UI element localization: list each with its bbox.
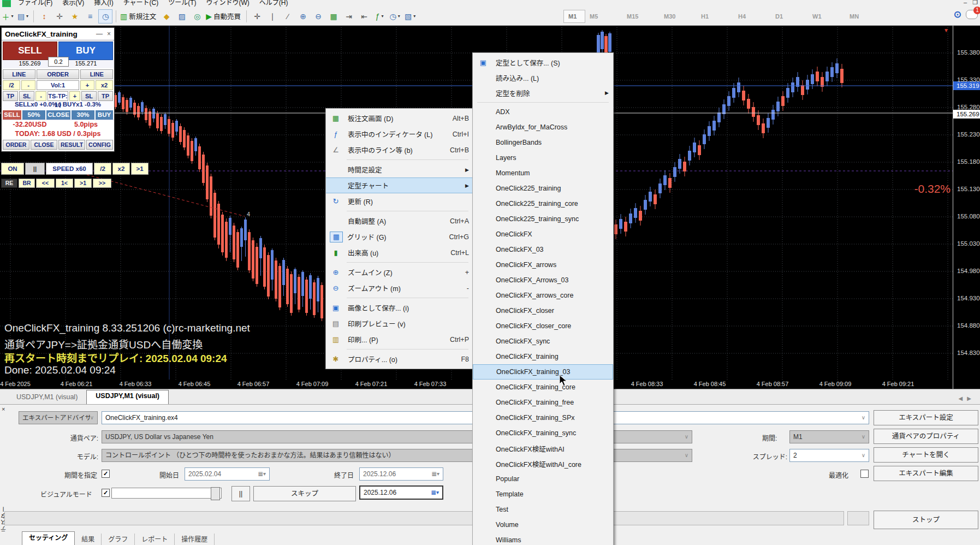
price-scale[interactable]: 155.319 155.269 155.380155.330155.280155… — [953, 25, 980, 389]
scroll-end-marker[interactable]: ▼ — [943, 27, 949, 33]
ea-type-select[interactable]: エキスパートアドバイザ∨ — [19, 411, 98, 424]
template-item[interactable]: OneClickFX_training_sync — [473, 425, 613, 441]
optimize-checkbox[interactable] — [860, 470, 869, 478]
template-item[interactable]: OneClickFX_closer — [473, 303, 613, 318]
template-item[interactable]: OneClick225_training_core — [473, 196, 613, 211]
spread-select[interactable]: 2∨ — [789, 449, 869, 462]
template-item[interactable]: OneClickFX_training_SPx — [473, 410, 613, 425]
submenu-item[interactable]: ▣定型として保存... (S) — [473, 55, 613, 70]
lot-size-value[interactable]: 0.2 — [48, 57, 69, 67]
menu-item[interactable]: 挿入(I) — [89, 0, 118, 7]
timeframe-m15[interactable]: M15 — [622, 13, 660, 20]
template-item[interactable]: Template — [473, 487, 613, 502]
rewind-button[interactable]: << — [36, 179, 55, 188]
zoom-in-button[interactable]: ⊕ — [296, 9, 310, 23]
autotrading-button[interactable]: ▶自動売買 — [205, 9, 243, 23]
context-menu-item[interactable]: 自動調整 (A)Ctrl+A — [326, 213, 473, 229]
zoom-out-button[interactable]: ⊖ — [311, 9, 325, 23]
search-icon[interactable]: ⊙ — [954, 9, 961, 20]
template-item[interactable]: OneClickFX_training_core — [473, 380, 613, 395]
tab-scroll-arrows[interactable]: ◀▶ — [959, 395, 976, 401]
template-item[interactable]: OneClickFX_sync — [473, 334, 613, 349]
visual-mode-checkbox[interactable]: ✓ — [102, 489, 110, 497]
order-tab-button[interactable]: ORDER — [3, 140, 29, 150]
forward-one-button[interactable]: >1 — [74, 179, 92, 188]
sl-right-button[interactable]: SL — [81, 91, 97, 101]
submenu-item[interactable]: 定型を削除▶ — [473, 85, 613, 100]
template-item[interactable]: OneClickFX検証withAI — [473, 441, 613, 456]
close-30-button[interactable]: 30% — [72, 110, 94, 120]
expert-settings-button[interactable]: エキスパート設定 — [874, 410, 978, 425]
template-item[interactable]: OneClickFX_training_free — [473, 395, 613, 410]
speed-half-button[interactable]: /2 — [94, 163, 111, 175]
menu-item[interactable]: ウィンドウ(W) — [201, 0, 254, 7]
chart-tab[interactable]: USDJPY,M1 (visual) — [8, 392, 86, 404]
ts-plus-button[interactable]: + — [69, 91, 80, 101]
crosshair-tool-button[interactable]: ✛ — [250, 9, 264, 23]
volume-value[interactable]: Vol:1 — [37, 80, 79, 90]
tester-close-icon[interactable]: × — [2, 406, 5, 412]
replay-pause-button[interactable]: || — [25, 163, 45, 175]
new-chart-button[interactable]: ＋▾ — [1, 9, 15, 23]
template-item[interactable]: Layers — [473, 150, 613, 165]
template-item[interactable]: OneClickFX_training — [473, 349, 613, 364]
skip-to-date-picker[interactable]: 2025.12.06▦▾ — [359, 485, 443, 500]
trendline-button[interactable]: ∕ — [281, 9, 295, 23]
data-window-button[interactable]: ≡ — [83, 9, 97, 23]
template-item[interactable]: OneClickFX_training_03 — [473, 364, 613, 380]
chart-tab[interactable]: USDJPY,M1 (visual) — [86, 390, 169, 404]
template-item[interactable]: Volume — [473, 517, 613, 532]
context-menu-item[interactable]: ▤印刷プレビュー (v) — [326, 316, 473, 331]
context-menu-item[interactable]: ▥印刷... (P)Ctrl+P — [326, 331, 473, 347]
use-date-checkbox[interactable]: ✓ — [102, 470, 110, 478]
tp-left-button[interactable]: TP — [3, 91, 18, 101]
strategy-tester-button[interactable]: ◷ — [98, 9, 112, 23]
template-item[interactable]: OneClickFX_arrows_core — [473, 288, 613, 303]
close-sell-button[interactable]: SELL — [3, 110, 21, 120]
template-item[interactable]: OneClickFX検証withAI_core — [473, 456, 613, 471]
symbol-properties-button[interactable]: 通貨ペアのプロパティ — [874, 429, 978, 444]
visual-pause-button[interactable]: || — [231, 486, 250, 501]
menu-item[interactable]: ファイル(F) — [13, 0, 57, 7]
template-item[interactable]: Popular — [473, 471, 613, 487]
mql5-community-button[interactable]: ▨ — [175, 9, 189, 23]
tp-right-button[interactable]: TP — [98, 91, 113, 101]
submenu-item[interactable]: 読み込み... (L) — [473, 70, 613, 85]
vertical-line-button[interactable]: ∣ — [265, 9, 280, 23]
signals-button[interactable]: ◎ — [190, 9, 204, 23]
menu-item[interactable]: 表示(V) — [57, 0, 89, 7]
template-item[interactable]: OneClickFX_closer_core — [473, 318, 613, 334]
metaeditor-button[interactable]: ◆ — [159, 9, 174, 23]
context-menu-item[interactable]: 時間足設定▶ — [326, 162, 473, 177]
context-menu-item[interactable]: ▦グリッド (G)Ctrl+G — [326, 229, 473, 245]
market-watch-button[interactable]: ↕ — [37, 9, 51, 23]
config-tab-button[interactable]: CONFIG — [86, 140, 113, 150]
ts-minus-button[interactable]: - — [35, 91, 46, 101]
auto-scroll-button[interactable]: ⇤ — [357, 9, 371, 23]
tester-tab[interactable]: レポート — [135, 534, 175, 545]
context-menu-item[interactable]: 定型チャート▶ — [326, 177, 473, 193]
tester-tab[interactable]: 結果 — [75, 534, 102, 545]
context-menu-item[interactable]: ⊕ズームイン (Z)+ — [326, 264, 473, 280]
context-menu-item[interactable]: ∠表示中のライン等 (b)Ctrl+B — [326, 142, 473, 158]
replay-restart-button[interactable]: RE — [1, 179, 17, 188]
menu-item[interactable]: ヘルプ(H) — [254, 0, 293, 7]
timeframe-m30[interactable]: M30 — [660, 13, 697, 20]
navigator-button[interactable]: ✛ — [52, 9, 67, 23]
context-menu-item[interactable]: ⊖ズームアウト (m)- — [326, 280, 473, 296]
close-tab-button[interactable]: CLOSE — [31, 140, 57, 150]
chart-shift-button[interactable]: ⇥ — [342, 9, 356, 23]
context-menu-item[interactable]: ▮出来高 (u)Ctrl+L — [326, 245, 473, 260]
template-item[interactable]: ArwByIdx_for_MaCross — [473, 120, 613, 135]
replay-break-button[interactable]: BR — [19, 179, 35, 188]
chart-type-button[interactable]: ▧▾ — [403, 9, 417, 23]
notifications-icon[interactable]: 1 — [966, 10, 978, 19]
minimize-icon[interactable]: – — [964, 0, 967, 6]
timeframe-mn[interactable]: MN — [845, 13, 882, 20]
panel-close-icon[interactable]: × — [107, 30, 111, 38]
template-item[interactable]: OneClick225_training_sync — [473, 211, 613, 227]
template-item[interactable]: OneClick225_training — [473, 181, 613, 196]
open-chart-button[interactable]: チャートを開く — [874, 447, 978, 463]
close-50-button[interactable]: 50% — [22, 110, 45, 120]
template-item[interactable]: Williams — [473, 532, 613, 545]
